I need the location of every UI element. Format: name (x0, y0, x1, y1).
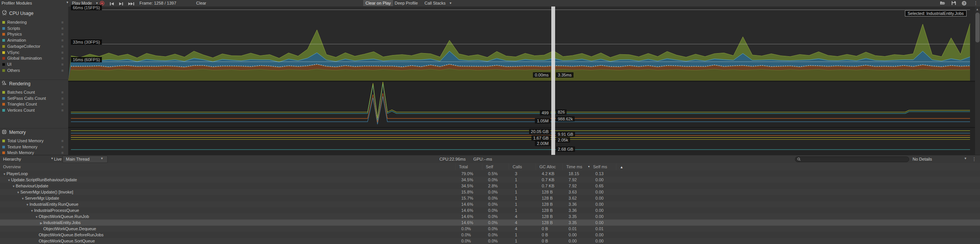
cell-self-ms: 0.00 (595, 207, 603, 213)
chart-legend-item[interactable]: Texture Memory≡ (2, 144, 66, 150)
legend-color-swatch (2, 146, 5, 148)
frame-timing-summary: CPU:22.96ms GPU:--ms (439, 155, 492, 163)
chart-legend-item[interactable]: Batches Count≡ (2, 89, 66, 95)
cell-self: 0.0% (488, 207, 498, 213)
legend-label: Scripts (7, 26, 20, 31)
cell-total: 14.6% (461, 213, 473, 220)
legend-label: VSync (7, 50, 20, 55)
cell-self-ms: 0.00 (595, 232, 603, 238)
column-header-self[interactable]: Self (486, 163, 493, 171)
chart-legend-item[interactable]: Others≡ (2, 68, 66, 73)
table-row[interactable]: ▼IndustrialEntity.RunQueue14.6%0.0%1128 … (0, 201, 980, 207)
chart-legend-item[interactable]: Scripts≡ (2, 26, 66, 31)
column-header-alerts[interactable]: ▲ (620, 163, 623, 171)
cell-self: 2.8% (488, 183, 498, 189)
deep-profile-toggle[interactable]: Deep Profile (392, 0, 420, 6)
drag-handle-icon[interactable]: ≡ (61, 50, 64, 55)
table-row[interactable]: ▼BehaviourUpdate34.5%2.8%10.7 KB7.920.65 (0, 183, 980, 189)
table-row[interactable]: ObjectWorkQueue.SortQueue0.0%0.0%10 B0.0… (0, 238, 980, 244)
table-row[interactable]: ▶IndustrialEntity.Jobs14.6%0.0%4128 B3.3… (0, 220, 980, 226)
drag-handle-icon[interactable]: ≡ (61, 107, 64, 113)
cell-calls: 4 (515, 220, 517, 226)
toolbar-menu-button[interactable]: ⋮ (973, 0, 978, 6)
column-header-total[interactable]: Total (459, 163, 468, 171)
frame-value-badge: 0.00ms (533, 72, 551, 78)
chart-legend-item[interactable]: Triangles Count≡ (2, 101, 66, 107)
chart-scrollbar[interactable]: ▲ (975, 7, 980, 155)
chart-legend-item[interactable]: Physics≡ (2, 31, 66, 37)
chart-legend-item[interactable]: Vertices Count≡ (2, 107, 66, 113)
clear-on-play-toggle[interactable]: Clear on Play (363, 0, 393, 6)
cell-calls: 1 (515, 183, 517, 189)
details-label: No Details (913, 157, 932, 161)
legend-color-swatch (2, 27, 5, 30)
chart-legend-item[interactable]: Rendering≡ (2, 20, 66, 25)
column-header-self-ms[interactable]: Self ms (593, 163, 607, 171)
chart-legend-item[interactable]: UI≡ (2, 62, 66, 67)
drag-handle-icon[interactable]: ≡ (61, 96, 64, 101)
thread-dropdown[interactable]: Main Thread ▼ (62, 156, 108, 163)
drag-handle-icon[interactable]: ≡ (61, 31, 64, 37)
table-row[interactable]: ▼ServerMgr.Update15.7%0.0%1128 B3.620.00 (0, 195, 980, 201)
drag-handle-icon[interactable]: ≡ (61, 62, 64, 67)
drag-handle-icon[interactable]: ≡ (61, 150, 64, 155)
chart-pane[interactable] (68, 7, 975, 155)
drag-handle-icon[interactable]: ≡ (61, 138, 64, 144)
module-title: Memory (9, 130, 26, 135)
drag-handle-icon[interactable]: ≡ (61, 89, 64, 95)
frame-value-badge: 2.68 GB (556, 146, 575, 152)
drag-handle-icon[interactable]: ≡ (61, 26, 64, 31)
call-stacks-dropdown[interactable]: Call Stacks ▼ (424, 0, 452, 6)
table-row[interactable]: ▼IndustrialProcessQueue14.6%0.0%1128 B3.… (0, 207, 980, 213)
drag-handle-icon[interactable]: ≡ (61, 101, 64, 107)
search-field[interactable] (795, 156, 909, 162)
chart-scrollbar-thumb[interactable] (975, 13, 980, 42)
chart-legend-item[interactable]: Global Illumination≡ (2, 55, 66, 61)
module-header-memory[interactable]: Memory (0, 128, 68, 136)
table-row[interactable]: ▼Update.ScriptRunBehaviourUpdate34.5%0.0… (0, 177, 980, 183)
save-profile-button[interactable] (951, 1, 956, 7)
table-row[interactable]: ▼ObjectWorkQueue.RunJob14.6%0.0%4128 B3.… (0, 213, 980, 220)
module-header-rendering[interactable]: Rendering (0, 80, 68, 88)
chart-legend-item[interactable]: SetPass Calls Count≡ (2, 96, 66, 101)
table-row[interactable]: ObjectWorkQueue.Dequeue0.0%0.0%40 B0.010… (0, 226, 980, 232)
chart-legend-item[interactable]: VSync≡ (2, 50, 66, 55)
drag-handle-icon[interactable]: ≡ (61, 20, 64, 25)
cell-calls: 1 (515, 238, 517, 244)
scroll-up-icon[interactable]: ▲ (976, 8, 979, 11)
chart-legend-item[interactable]: GarbageCollector≡ (2, 44, 66, 49)
module-header-cpu-usage[interactable]: CPUCPU Usage (0, 10, 68, 17)
chart-legend-item[interactable]: Animation≡ (2, 37, 66, 43)
cell-self: 0.0% (488, 189, 498, 195)
view-mode-dropdown[interactable]: Hierarchy ▼ (3, 155, 21, 163)
load-profile-button[interactable] (940, 1, 946, 7)
help-button[interactable]: ? (962, 1, 967, 7)
rendering-icon (2, 80, 7, 88)
chart-legend-item[interactable]: Mesh Memory≡ (2, 150, 66, 155)
drag-handle-icon[interactable]: ≡ (61, 37, 64, 43)
table-row[interactable]: ▼PlayerLoop79.0%0.5%34.2 KB18.150.13 (0, 171, 980, 177)
table-row[interactable]: ▼ServerMgr.Update() [Invoke]15.8%0.0%112… (0, 189, 980, 195)
column-header-time-ms[interactable]: Time ms▼ (566, 163, 590, 171)
column-separator (536, 164, 536, 170)
selected-frame-bar[interactable] (551, 7, 555, 155)
drag-handle-icon[interactable]: ≡ (61, 144, 64, 150)
details-dropdown[interactable]: No Details ▼ (913, 155, 932, 163)
profiler-modules-dropdown[interactable]: Profiler Modules ▼ (2, 0, 32, 6)
details-menu-button[interactable]: ⋮ (972, 155, 977, 163)
fps-gridline-label: 33ms (30FPS) (71, 39, 102, 45)
column-header-gc-alloc[interactable]: GC Alloc (539, 163, 556, 171)
column-header-overview[interactable]: Overview (3, 163, 21, 171)
column-header-calls[interactable]: Calls (513, 163, 522, 171)
frame-value-badge: 826 (556, 109, 567, 115)
table-row[interactable]: ObjectWorkQueue.BeforeRunJobs0.0%0.0%10 … (0, 232, 980, 238)
drag-handle-icon[interactable]: ≡ (61, 68, 64, 73)
drag-handle-icon[interactable]: ≡ (61, 55, 64, 61)
search-input[interactable] (802, 157, 907, 162)
svg-text:CPU: CPU (3, 13, 7, 15)
chart-legend-item[interactable]: Total Used Memory≡ (2, 138, 66, 144)
clear-button[interactable]: Clear (196, 0, 206, 6)
column-separator (455, 164, 456, 170)
drag-handle-icon[interactable]: ≡ (61, 44, 64, 49)
live-toggle[interactable]: Live (54, 155, 62, 163)
